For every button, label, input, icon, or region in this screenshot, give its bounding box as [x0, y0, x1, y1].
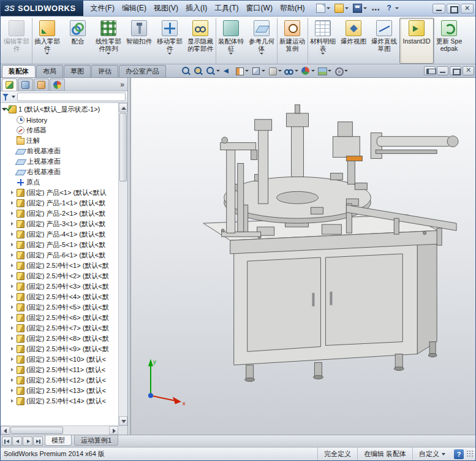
view-tool-button[interactable] [221, 66, 233, 76]
scrollbar-thumb[interactable] [119, 113, 127, 181]
resize-grip[interactable] [466, 450, 474, 458]
scrollbar-track[interactable] [119, 182, 127, 416]
quick-access-button[interactable] [333, 2, 350, 15]
menu-item[interactable]: 插入(I) [182, 1, 211, 16]
expand-arrow-icon[interactable] [10, 180, 15, 185]
tree-item[interactable]: 前视基准面 [2, 146, 118, 156]
panel-chevron-icon[interactable]: » [120, 80, 124, 89]
assembly-model[interactable] [203, 105, 458, 381]
maximize-button[interactable] [447, 4, 459, 13]
expand-arrow-icon[interactable] [10, 148, 15, 154]
view-tool-button[interactable] [316, 66, 332, 76]
tree-item[interactable]: 上视基准面 [2, 156, 118, 167]
tree-item[interactable]: (固定) 2.5冲针<12> (默认< [2, 375, 118, 386]
status-help-button[interactable]: ? [454, 449, 464, 459]
panel-tab[interactable] [34, 78, 49, 91]
doc-minimize-button[interactable] [437, 66, 448, 75]
expand-arrow-icon[interactable] [10, 346, 15, 352]
tree-item[interactable]: (固定) 2.5冲针<3> (默认<默 [2, 281, 118, 292]
tree-item[interactable]: (固定) 产品-3<1> (默认<默 [2, 219, 118, 229]
tree-item[interactable]: (固定) 2.5冲针<8> (默认<默 [2, 333, 118, 344]
expand-arrow-icon[interactable] [10, 211, 15, 216]
scroll-down-button[interactable] [119, 416, 127, 425]
view-tool-button[interactable] [333, 66, 349, 76]
scrollbar-thumb[interactable] [10, 427, 63, 434]
command-button[interactable]: 爆炸视图 [338, 18, 369, 64]
command-button[interactable]: 装配体特征 [216, 18, 246, 64]
expand-arrow-icon[interactable] [10, 263, 15, 269]
tree-item[interactable]: (固定) 2.5冲针<14> (默认< [2, 396, 118, 406]
expand-arrow-icon[interactable] [10, 232, 15, 237]
menu-item[interactable]: 编辑(E) [118, 1, 150, 16]
expand-arrow-icon[interactable] [10, 336, 15, 341]
tree-item[interactable]: (固定) 2.5冲针<4> (默认<默 [2, 292, 118, 302]
tree-item[interactable]: (固定) 2.5冲针<2> (默认<默 [2, 271, 118, 281]
graphics-viewport[interactable]: y x [131, 78, 475, 435]
view-tool-button[interactable] [205, 66, 221, 76]
command-button[interactable]: 材料明细表 [308, 18, 338, 64]
tree-item[interactable]: History [2, 115, 118, 125]
tree-horizontal-scrollbar[interactable] [1, 425, 127, 435]
pane-button[interactable] [424, 66, 436, 75]
expand-arrow-icon[interactable] [10, 315, 15, 321]
ribbon-tab[interactable]: 草图 [64, 65, 91, 77]
expand-arrow-icon[interactable] [10, 367, 15, 373]
cabinet[interactable] [234, 232, 437, 381]
tree-item[interactable]: (固定) 产品-5<1> (默认<默 [2, 240, 118, 250]
tree-item[interactable]: (固定) 2.5冲针<11> (默认< [2, 365, 118, 375]
center-fixture[interactable] [287, 105, 309, 177]
ribbon-tab[interactable]: 评估 [91, 65, 118, 77]
expand-arrow-icon[interactable] [10, 305, 15, 310]
panel-tab[interactable] [2, 78, 17, 91]
command-button[interactable]: 新建运动算例 [277, 18, 308, 64]
tree-item[interactable]: (固定) 产品-2<1> (默认<默 [2, 208, 118, 219]
quick-access-button[interactable] [352, 2, 368, 15]
status-segment[interactable]: 自定义 [412, 448, 451, 460]
right-fixture[interactable] [333, 122, 458, 185]
expand-arrow-icon[interactable] [10, 326, 15, 331]
command-button[interactable]: 插入零部件 [32, 18, 62, 64]
command-button[interactable]: 参考几何体 [246, 18, 277, 64]
expand-arrow-icon[interactable] [10, 284, 15, 289]
tree-item[interactable]: 1 (默认<默认_显示状态-1>) [2, 104, 118, 115]
view-tool-button[interactable] [283, 66, 299, 76]
command-button[interactable]: 爆炸直线草图 [369, 18, 399, 64]
tree-item[interactable]: (固定) 2.5冲针<6> (默认<默 [2, 313, 118, 323]
command-button[interactable]: 显示隐藏的零部件 [185, 18, 216, 64]
tab-scroll-prev-button[interactable] [12, 436, 22, 446]
panel-tab[interactable] [50, 78, 65, 91]
view-tool-button[interactable] [192, 66, 204, 76]
expand-arrow-icon[interactable] [10, 159, 15, 164]
panel-tab[interactable] [18, 78, 33, 91]
command-button[interactable]: 配合 [62, 18, 93, 64]
tree-item[interactable]: (固定) 产品-6<1> (默认<默 [2, 250, 118, 261]
command-button[interactable]: 编辑零部件 [1, 18, 32, 64]
scroll-left-button[interactable] [1, 426, 10, 435]
tree-filter-input[interactable] [17, 93, 126, 101]
doc-restore-button[interactable] [450, 66, 461, 75]
expand-arrow-icon[interactable] [10, 242, 15, 248]
quick-access-button[interactable] [370, 2, 382, 15]
tree-item[interactable]: 注解 [2, 135, 118, 146]
menu-item[interactable]: 视图(V) [150, 1, 182, 16]
minimize-button[interactable] [433, 4, 445, 13]
expand-arrow-icon[interactable] [10, 357, 15, 362]
expand-arrow-icon[interactable] [10, 253, 15, 258]
expand-arrow-icon[interactable] [10, 221, 15, 227]
tree-item[interactable]: (固定) 2.5冲针<13> (默认< [2, 386, 118, 396]
expand-arrow-icon[interactable] [10, 388, 15, 394]
scroll-up-button[interactable] [119, 103, 127, 112]
scroll-right-button[interactable] [109, 426, 118, 435]
expand-arrow-icon[interactable] [10, 200, 15, 206]
ribbon-tab[interactable]: 办公室产品 [119, 65, 166, 77]
status-segment[interactable]: 完全定义 [317, 448, 357, 460]
tree-item[interactable]: 原点 [2, 177, 118, 188]
tab-scroll-last-button[interactable] [33, 436, 43, 446]
tab-scroll-first-button[interactable] [2, 436, 12, 446]
menu-item[interactable]: 工具(T) [211, 1, 242, 16]
tree-item[interactable]: 右视基准面 [2, 167, 118, 177]
view-tool-button[interactable] [300, 66, 315, 76]
tree-item[interactable]: (固定) 2.5冲针<5> (默认<默 [2, 302, 118, 313]
tree-item[interactable]: 传感器 [2, 125, 118, 135]
expand-arrow-icon[interactable] [10, 169, 15, 175]
